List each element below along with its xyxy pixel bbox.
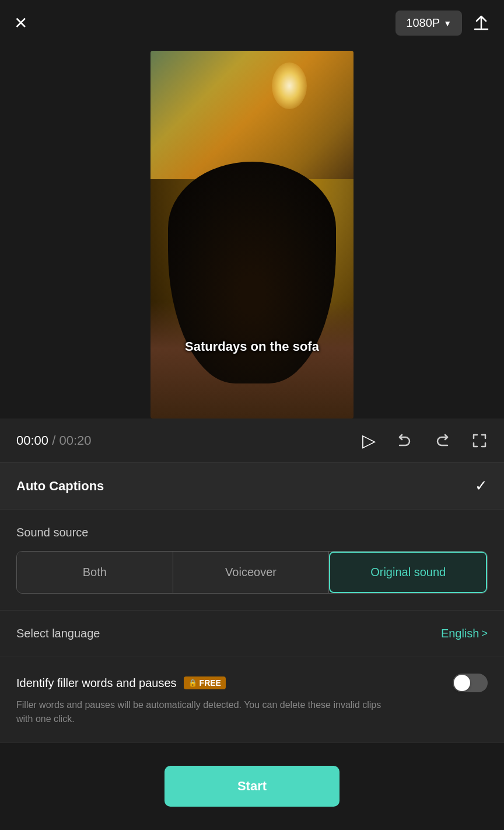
upload-button[interactable]	[473, 13, 490, 32]
check-icon: ✓	[475, 477, 488, 495]
free-badge-lock-icon: 🔒	[188, 679, 197, 687]
language-chevron-icon: >	[481, 627, 488, 640]
language-label: Select language	[16, 627, 100, 640]
sound-source-label: Sound source	[16, 526, 488, 539]
top-right-controls: 1080P ▼	[396, 11, 490, 36]
sound-option-original[interactable]: Original sound	[329, 552, 487, 593]
filler-title: Identify filler words and pauses	[16, 676, 177, 690]
filler-words-section: Identify filler words and pauses 🔒 FREE …	[0, 657, 504, 743]
filler-toggle-container[interactable]	[453, 674, 488, 692]
language-selected: English	[441, 627, 480, 640]
control-icons: ▷	[362, 430, 488, 451]
free-badge: 🔒 FREE	[184, 676, 226, 689]
lamp-glow	[272, 62, 307, 109]
time-separator: /	[52, 433, 59, 448]
undo-icon	[397, 433, 413, 449]
upload-icon	[473, 15, 490, 33]
sound-option-voiceover[interactable]: Voiceover	[173, 552, 330, 593]
sound-source-section: Sound source Both Voiceover Original sou…	[0, 510, 504, 611]
playback-controls: 00:00 / 00:20 ▷	[0, 419, 504, 463]
close-button[interactable]: ✕	[14, 15, 27, 32]
filler-header: Identify filler words and pauses 🔒 FREE	[16, 674, 488, 692]
play-button[interactable]: ▷	[362, 430, 376, 451]
video-preview: Saturdays on the sofa	[150, 51, 354, 419]
sound-option-both[interactable]: Both	[17, 552, 173, 593]
language-value-button[interactable]: English >	[441, 627, 488, 640]
video-container: Saturdays on the sofa	[0, 46, 504, 419]
free-badge-label: FREE	[200, 678, 221, 688]
start-button-container: Start	[164, 766, 340, 807]
filler-description: Filler words and pauses will be automati…	[16, 698, 393, 726]
undo-button[interactable]	[397, 433, 413, 449]
top-bar: ✕ 1080P ▼	[0, 0, 504, 46]
redo-icon	[434, 433, 450, 449]
resolution-label: 1080P	[406, 16, 440, 30]
time-total: 00:20	[59, 433, 91, 448]
fullscreen-button[interactable]	[471, 433, 488, 449]
toggle-thumb	[454, 675, 470, 691]
start-button[interactable]: Start	[164, 766, 340, 807]
auto-captions-header: Auto Captions ✓	[0, 463, 504, 510]
redo-button[interactable]	[434, 433, 450, 449]
filler-toggle[interactable]	[453, 674, 488, 692]
time-display: 00:00 / 00:20	[16, 433, 91, 448]
filler-title-row: Identify filler words and pauses 🔒 FREE	[16, 676, 226, 690]
video-top-objects	[150, 51, 354, 179]
resolution-button[interactable]: 1080P ▼	[396, 11, 462, 36]
resolution-arrow: ▼	[443, 19, 452, 28]
sound-options: Both Voiceover Original sound	[16, 551, 488, 594]
time-current: 00:00	[16, 433, 48, 448]
auto-captions-title: Auto Captions	[16, 479, 104, 494]
fullscreen-icon	[471, 433, 488, 449]
video-caption: Saturdays on the sofa	[150, 339, 354, 354]
select-language-section: Select language English >	[0, 611, 504, 657]
